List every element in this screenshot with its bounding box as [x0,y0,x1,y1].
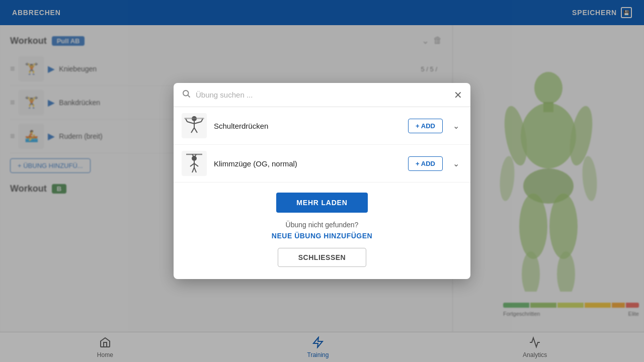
shoulder-press-icon [183,115,205,137]
add-new-exercise-link[interactable]: NEUE ÜBUNG HINZUFÜGEN [174,232,470,240]
search-input[interactable] [196,90,449,99]
exercise-1-thumb [182,113,207,138]
exercise-1-name: Schulterdrücken [214,122,401,130]
svg-line-20 [191,128,194,133]
search-bar: ✕ [174,83,470,107]
svg-line-16 [187,122,194,124]
close-modal-button[interactable]: SCHLIESSEN [278,248,366,267]
expand-exercise-2-button[interactable]: ⌄ [450,156,462,171]
add-exercise-1-button[interactable]: + ADD [408,119,443,133]
exercise-search-modal: ✕ Schulterdrücken + ADD ⌄ [174,83,470,279]
exercise-2-name: Klimmzüge (OG, normal) [214,159,401,168]
search-icon [182,89,191,101]
svg-line-29 [194,163,198,166]
exercise-list-item: Klimmzüge (OG, normal) + ADD ⌄ [174,145,470,183]
exercise-2-thumb [182,151,207,176]
svg-line-28 [190,163,194,166]
svg-line-18 [194,122,201,124]
svg-line-30 [192,167,194,172]
svg-line-13 [188,95,190,97]
svg-line-31 [194,167,196,172]
svg-line-21 [194,128,197,133]
add-exercise-2-button[interactable]: + ADD [408,156,443,171]
svg-point-12 [183,90,189,96]
not-found-text: Übung nicht gefunden? [174,221,470,229]
exercise-list-item: Schulterdrücken + ADD ⌄ [174,107,470,145]
load-more-button[interactable]: MEHR LADEN [276,193,367,213]
pullup-icon [183,152,205,174]
svg-rect-22 [184,118,204,119]
expand-exercise-1-button[interactable]: ⌄ [450,118,462,134]
close-search-button[interactable]: ✕ [454,90,462,100]
